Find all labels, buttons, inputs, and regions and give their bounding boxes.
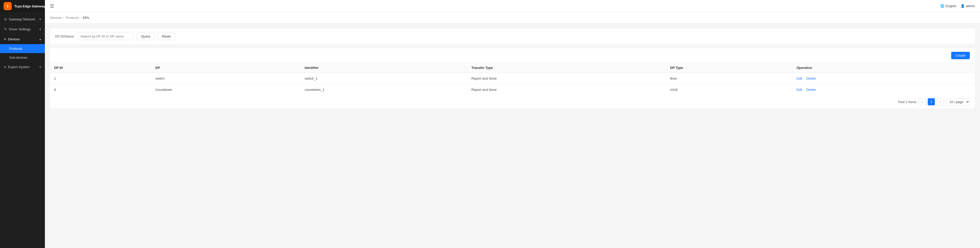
table-row: 9 Countdown countdown_1 Report and Send …: [50, 84, 975, 95]
chevron-up-icon: ▴: [40, 38, 41, 41]
expert-icon: ≡: [4, 65, 6, 69]
user-icon: 👤: [961, 4, 965, 8]
sidebar-item-sub-devices[interactable]: Sub-devices: [0, 53, 45, 62]
breadcrumb: Devices / Products / DPs: [45, 12, 980, 24]
sidebar-label-expert-system: Expert System: [8, 65, 30, 69]
sidebar-nav: ⊙ Gateway Network ▾ ✎ Driver Settings ▾ …: [0, 12, 45, 248]
col-operation: Operation: [792, 63, 975, 73]
topbar-right: 🌐 English 👤 admin: [940, 4, 975, 8]
breadcrumb-dps: DPs: [83, 16, 89, 20]
list-icon: ≡: [4, 37, 6, 41]
next-page-button[interactable]: ›: [937, 98, 944, 105]
table-row: 1 switch switch_1 Report and Send Bool E…: [50, 73, 975, 84]
globe-icon: 🌐: [940, 4, 944, 8]
logo-icon: t: [3, 2, 12, 10]
sidebar-sub-label-sub-devices: Sub-devices: [9, 56, 27, 59]
cell-identifier-1: countdown_1: [301, 84, 467, 95]
cell-operation-0: Edit Delete: [792, 73, 975, 84]
app-logo: t Tuya Edge Gateway: [0, 0, 45, 12]
col-identifier: Identifier: [301, 63, 467, 73]
prev-page-button[interactable]: ‹: [918, 98, 926, 105]
breadcrumb-devices[interactable]: Devices: [50, 16, 62, 20]
sidebar-item-devices[interactable]: ≡ Devices ▴: [0, 34, 45, 44]
language-selector[interactable]: 🌐 English: [940, 4, 956, 8]
table-card: Create DP ID DP Identifier Transfer Type…: [50, 48, 975, 108]
cell-operation-1: Edit Delete: [792, 84, 975, 95]
prev-icon: ‹: [921, 100, 923, 103]
filter-label: DP ID/Name:: [55, 35, 75, 38]
sidebar-item-products[interactable]: Products: [0, 44, 45, 53]
hamburger-button[interactable]: ☰: [50, 3, 54, 9]
edit-button-0[interactable]: Edit: [797, 76, 802, 80]
app-name: Tuya Edge Gateway: [14, 4, 45, 8]
sidebar-sub-label-products: Products: [9, 47, 22, 51]
cell-dp-id-0: 1: [50, 73, 151, 84]
edit-button-1[interactable]: Edit: [797, 88, 802, 92]
language-label: English: [945, 4, 956, 8]
sidebar-item-driver-settings[interactable]: ✎ Driver Settings ▾: [0, 24, 45, 34]
dp-table: DP ID DP Identifier Transfer Type DP Typ…: [50, 63, 975, 95]
delete-button-1[interactable]: Delete: [806, 88, 816, 92]
sidebar-label-driver-settings: Driver Settings: [9, 27, 30, 31]
next-icon: ›: [940, 100, 941, 103]
breadcrumb-sep-1: /: [63, 16, 64, 20]
topbar: ☰ 🌐 English 👤 admin: [45, 0, 980, 12]
breadcrumb-products[interactable]: Products: [66, 16, 79, 20]
query-button[interactable]: Query: [137, 33, 154, 40]
sidebar-label-gateway-network: Gateway Network: [9, 17, 35, 21]
sidebar-item-expert-system[interactable]: ≡ Expert System ▾: [0, 62, 45, 72]
main-wrapper: ☰ 🌐 English 👤 admin Devices / Products /…: [45, 0, 980, 248]
table-toolbar: Create: [50, 48, 975, 63]
chevron-down-icon: ▾: [40, 18, 41, 21]
total-items-label: Total 2 Items: [897, 100, 916, 104]
reset-button[interactable]: Reset: [158, 33, 175, 40]
sidebar-item-gateway-network[interactable]: ⊙ Gateway Network ▾: [0, 14, 45, 24]
user-menu[interactable]: 👤 admin: [961, 4, 975, 8]
edit-icon: ✎: [4, 27, 7, 31]
pagination-bar: Total 2 Items ‹ 1 › 10 / page 20 / page …: [50, 95, 975, 108]
table-body: 1 switch switch_1 Report and Send Bool E…: [50, 73, 975, 95]
cell-dp-0: switch: [151, 73, 301, 84]
filter-bar: DP ID/Name: Query Reset: [50, 29, 975, 44]
cell-dp-type-1: Int16: [666, 84, 792, 95]
page-1-button[interactable]: 1: [928, 98, 935, 105]
cell-dp-type-0: Bool: [666, 73, 792, 84]
breadcrumb-sep-2: /: [80, 16, 81, 20]
col-dp: DP: [151, 63, 301, 73]
cell-transfer-type-0: Report and Send: [467, 73, 666, 84]
dp-search-input[interactable]: [78, 33, 134, 40]
page-content: DP ID/Name: Query Reset Create DP ID DP …: [45, 24, 980, 113]
col-dp-id: DP ID: [50, 63, 151, 73]
content-area: Devices / Products / DPs DP ID/Name: Que…: [45, 12, 980, 248]
chevron-down-icon: ▾: [40, 65, 41, 68]
sidebar: t Tuya Edge Gateway ⊙ Gateway Network ▾ …: [0, 0, 45, 248]
col-dp-type: DP Type: [666, 63, 792, 73]
col-transfer-type: Transfer Type: [467, 63, 666, 73]
per-page-select[interactable]: 10 / page 20 / page 50 / page: [946, 99, 970, 105]
sidebar-label-devices: Devices: [8, 37, 20, 41]
table-header-row: DP ID DP Identifier Transfer Type DP Typ…: [50, 63, 975, 73]
cell-transfer-type-1: Report and Send: [467, 84, 666, 95]
username-label: admin: [966, 4, 975, 8]
cell-dp-1: Countdown: [151, 84, 301, 95]
cell-identifier-0: switch_1: [301, 73, 467, 84]
create-button[interactable]: Create: [951, 52, 970, 59]
chevron-down-icon: ▾: [40, 28, 41, 30]
wifi-icon: ⊙: [4, 17, 7, 21]
topbar-left: ☰: [50, 3, 54, 9]
delete-button-0[interactable]: Delete: [806, 76, 816, 80]
cell-dp-id-1: 9: [50, 84, 151, 95]
